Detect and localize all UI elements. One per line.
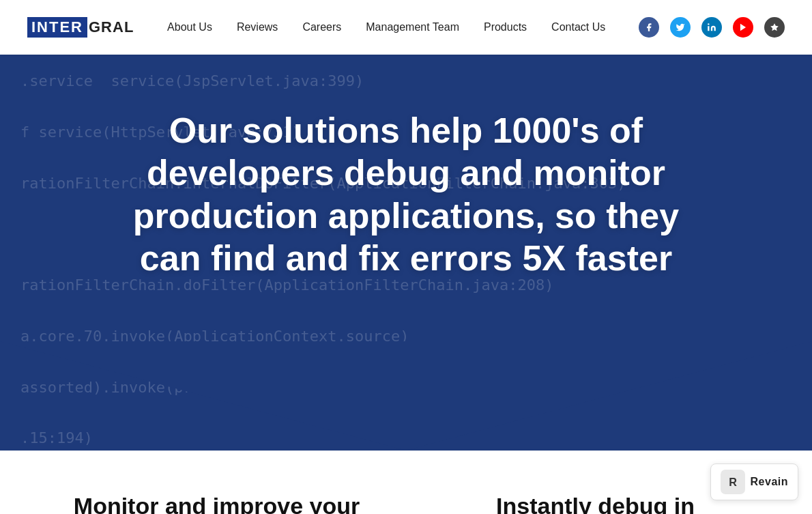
- nav-link-management[interactable]: Management Team: [366, 21, 459, 33]
- youtube-icon[interactable]: [733, 17, 753, 38]
- monitor-col: Monitor and improve your applications: [55, 491, 379, 514]
- star-icon[interactable]: [764, 17, 785, 38]
- nav-link-contact[interactable]: Contact Us: [551, 21, 605, 33]
- hero-heading: Our solutions help 1000's of developers …: [126, 109, 686, 280]
- nav-link-reviews[interactable]: Reviews: [237, 21, 278, 33]
- svg-text:R: R: [729, 476, 737, 488]
- logo[interactable]: INTERGRAL: [27, 17, 134, 38]
- facebook-icon[interactable]: [639, 17, 659, 38]
- nav-social-icons: [639, 17, 785, 38]
- nav-item-about[interactable]: About Us: [167, 21, 212, 33]
- logo-suffix: GRAL: [89, 18, 134, 36]
- nav-links: About Us Reviews Careers Management Team…: [167, 21, 605, 33]
- nav-link-products[interactable]: Products: [484, 21, 527, 33]
- revain-label: Revain: [751, 476, 788, 488]
- revain-icon: R: [721, 470, 745, 494]
- bottom-section: Monitor and improve your applications In…: [0, 451, 812, 514]
- nav-item-reviews[interactable]: Reviews: [237, 21, 278, 33]
- nav-link-careers[interactable]: Careers: [302, 21, 341, 33]
- logo-box: INTER: [27, 17, 87, 38]
- hero-text-box: Our solutions help 1000's of developers …: [99, 109, 713, 280]
- revain-badge[interactable]: R Revain: [710, 463, 798, 500]
- nav-item-careers[interactable]: Careers: [302, 21, 341, 33]
- twitter-icon[interactable]: [670, 17, 691, 38]
- svg-marker-2: [770, 23, 779, 31]
- debug-heading: Instantly debug in production: [433, 491, 757, 514]
- chevron-divider: [0, 341, 812, 451]
- debug-col: Instantly debug in production: [433, 491, 757, 514]
- hero-section: .service service(JspServlet.java:399) f …: [0, 55, 812, 451]
- svg-point-0: [708, 23, 709, 25]
- navbar: INTERGRAL About Us Reviews Careers Manag…: [0, 0, 812, 55]
- nav-item-contact[interactable]: Contact Us: [551, 21, 605, 33]
- nav-link-about[interactable]: About Us: [167, 21, 212, 33]
- nav-item-management[interactable]: Management Team: [366, 21, 459, 33]
- svg-marker-3: [0, 341, 812, 451]
- nav-item-products[interactable]: Products: [484, 21, 527, 33]
- linkedin-icon[interactable]: [701, 17, 722, 38]
- monitor-heading: Monitor and improve your applications: [55, 491, 379, 514]
- svg-marker-1: [740, 24, 746, 31]
